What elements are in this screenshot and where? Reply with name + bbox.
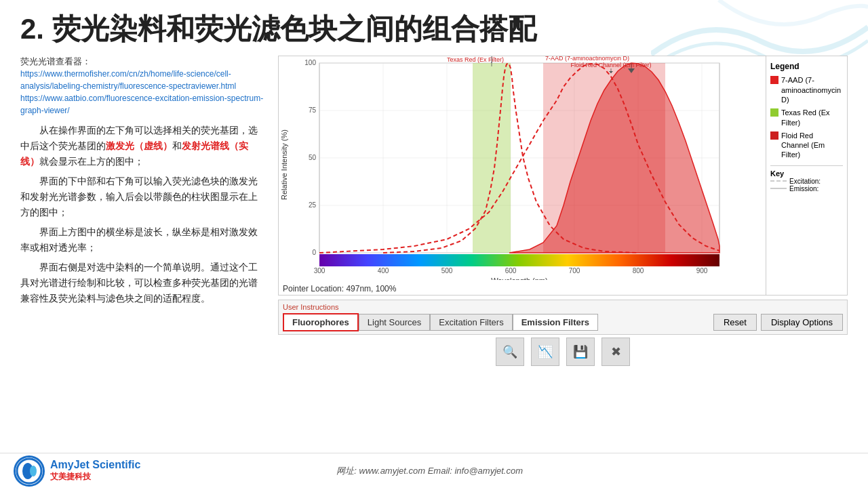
logo-en: AmyJet Scientific: [50, 459, 140, 471]
legend-title: Legend: [770, 62, 843, 71]
icon-box-4[interactable]: ✖: [601, 338, 630, 366]
svg-text:100: 100: [304, 59, 316, 66]
svg-text:800: 800: [633, 267, 644, 274]
legend-item-7aad: 7-AAD (7-aminoactinomycin D): [770, 75, 843, 104]
logo-cn: 艾美捷科技: [50, 471, 140, 483]
svg-text:0: 0: [312, 249, 316, 256]
tab-light-sources[interactable]: Light Sources: [359, 314, 431, 331]
logo-svg: [16, 458, 43, 485]
spectrum-chart: 0 25 50 75 100 300 400 500 600 700 800 9…: [279, 56, 740, 280]
svg-text:Floid Red Channel (Em Filter): Floid Red Channel (Em Filter): [570, 62, 651, 68]
reset-button[interactable]: Reset: [713, 314, 757, 331]
legend-color-floid: [770, 131, 778, 140]
highlight-excitation: 激发光（虚线）: [106, 141, 172, 151]
emission-key-label: Emission:: [789, 185, 818, 192]
svg-text:700: 700: [569, 267, 580, 274]
description: 从在操作界面的左下角可以选择相关的荧光基团，选中后这个荧光基团的激发光（虚线）和…: [20, 123, 264, 306]
svg-rect-14: [319, 254, 719, 266]
tabs-right: Reset Display Options: [713, 314, 843, 331]
emission-solid-icon: [770, 188, 787, 189]
svg-point-42: [30, 466, 37, 476]
ref-link-1[interactable]: https://www.thermofisher.com/cn/zh/home/…: [20, 68, 264, 92]
legend-item-texas: Texas Red (Ex Filter): [770, 108, 843, 127]
tab-excitation-filters[interactable]: Excitation Filters: [430, 314, 512, 331]
svg-text:400: 400: [378, 267, 389, 274]
svg-text:500: 500: [441, 267, 453, 274]
page-content: 2. 荧光染料和荧光滤色块之间的组合搭配 荧光光谱查看器： https://ww…: [0, 0, 868, 373]
legend-key-title: Key: [770, 169, 843, 178]
logo-text: AmyJet Scientific 艾美捷科技: [50, 459, 140, 483]
tab-fluorophores[interactable]: Fluorophores: [283, 313, 359, 331]
bottom-icons-row: 🔍 📉 💾 ✖: [278, 338, 848, 366]
excitation-key-label: Excitation:: [789, 178, 821, 185]
excitation-dash-icon: [770, 180, 787, 182]
icon-box-2[interactable]: 📉: [531, 338, 559, 366]
legend-label-floid: Floid Red Channel (Em Filter): [781, 131, 843, 160]
display-options-button[interactable]: Display Options: [761, 314, 843, 331]
tab-emission-filters[interactable]: Emission Filters: [513, 314, 598, 331]
footer-center: 网址: www.amyjet.com Email: info@amyjet.co…: [336, 465, 523, 477]
svg-text:Texas Red (Ex Filter): Texas Red (Ex Filter): [447, 56, 504, 63]
svg-text:600: 600: [505, 267, 517, 274]
emission-key-row: Emission:: [770, 185, 843, 192]
svg-text:300: 300: [314, 267, 326, 274]
chart-container: 0 25 50 75 100 300 400 500 600 700 800 9…: [278, 56, 848, 296]
pointer-location: Pointer Location: 497nm, 100%: [279, 283, 766, 295]
main-layout: 荧光光谱查看器： https://www.thermofisher.com/cn…: [20, 56, 848, 366]
svg-text:50: 50: [309, 154, 317, 161]
svg-text:75: 75: [309, 106, 317, 114]
excitation-key-row: Excitation:: [770, 178, 843, 185]
icon-box-3[interactable]: 💾: [566, 338, 595, 366]
icon-box-1[interactable]: 🔍: [496, 338, 524, 366]
svg-text:900: 900: [696, 267, 708, 274]
chart-area: 0 25 50 75 100 300 400 500 600 700 800 9…: [279, 56, 766, 295]
legend-key: Key Excitation: Emission:: [770, 165, 843, 192]
user-instructions-label: User Instructions: [283, 303, 843, 311]
legend-label-7aad: 7-AAD (7-aminoactinomycin D): [781, 75, 843, 104]
svg-text:25: 25: [309, 201, 317, 209]
legend-color-7aad: [770, 76, 778, 84]
ref-link-2[interactable]: https://www.aatbio.com/fluorescence-exci…: [20, 92, 264, 117]
legend-label-texas: Texas Red (Ex Filter): [781, 108, 843, 127]
svg-text:Relative Intensity (%): Relative Intensity (%): [280, 129, 288, 200]
footer-logo: AmyJet Scientific 艾美捷科技: [14, 455, 140, 487]
left-panel: 荧光光谱查看器： https://www.thermofisher.com/cn…: [20, 56, 264, 366]
legend-panel: Legend 7-AAD (7-aminoactinomycin D) Texa…: [766, 56, 847, 295]
footer: AmyJet Scientific 艾美捷科技 网址: www.amyjet.c…: [0, 453, 868, 488]
right-panel: 0 25 50 75 100 300 400 500 600 700 800 9…: [278, 56, 848, 366]
ref-label: 荧光光谱查看器：: [20, 56, 91, 66]
legend-item-floid: Floid Red Channel (Em Filter): [770, 131, 843, 160]
tabs-section: User Instructions Fluorophores Light Sou…: [278, 300, 848, 335]
svg-text:7-AAD (7-aminoactinomycin D): 7-AAD (7-aminoactinomycin D): [545, 56, 629, 62]
legend-color-texas: [770, 108, 778, 117]
logo-circle: [14, 455, 45, 487]
tabs-row: Fluorophores Light Sources Excitation Fi…: [283, 313, 843, 331]
svg-text:Wavelength (nm): Wavelength (nm): [491, 277, 547, 280]
page-title: 2. 荧光染料和荧光滤色块之间的组合搭配: [20, 12, 848, 46]
ref-section: 荧光光谱查看器： https://www.thermofisher.com/cn…: [20, 56, 264, 117]
